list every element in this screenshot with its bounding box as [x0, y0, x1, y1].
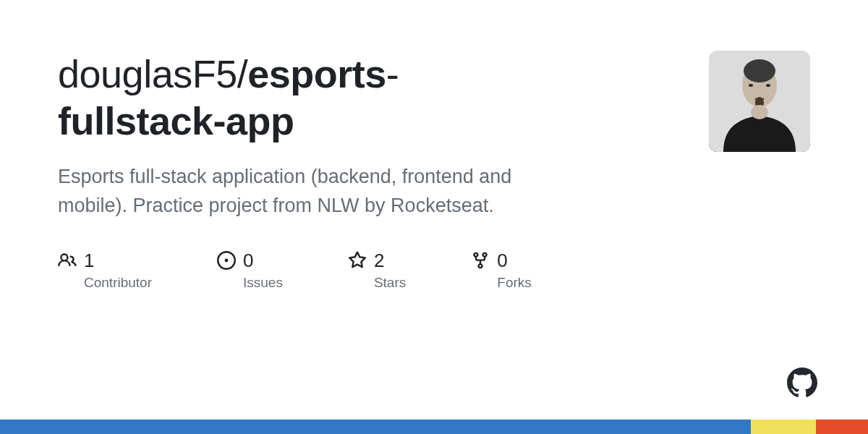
fork-icon	[471, 251, 490, 270]
repo-title: douglasF5/esports-fullstack-app	[58, 51, 622, 145]
language-segment	[751, 420, 816, 434]
repo-owner[interactable]: douglasF5	[58, 52, 237, 95]
stat-issues[interactable]: 0 Issues	[217, 250, 283, 291]
svg-point-6	[751, 105, 768, 119]
stars-label: Stars	[374, 275, 406, 291]
contributors-label: Contributor	[84, 275, 152, 291]
repo-name-part1: esports	[247, 52, 386, 95]
repo-name-part2: fullstack-app	[58, 99, 294, 142]
svg-point-2	[744, 59, 775, 82]
stat-forks[interactable]: 0 Forks	[471, 250, 532, 291]
contributors-count: 1	[84, 250, 94, 272]
language-segment	[816, 420, 868, 434]
star-icon	[348, 251, 367, 270]
svg-point-3	[749, 84, 753, 87]
stars-count: 2	[374, 250, 384, 272]
github-logo-icon[interactable]	[787, 367, 817, 398]
language-bar	[0, 420, 868, 434]
svg-point-4	[766, 84, 770, 87]
stat-contributors[interactable]: 1 Contributor	[58, 250, 152, 291]
language-segment	[0, 420, 751, 434]
forks-label: Forks	[497, 275, 532, 291]
forks-count: 0	[497, 250, 507, 272]
stat-stars[interactable]: 2 Stars	[348, 250, 406, 291]
repo-description: Esports full-stack application (backend,…	[58, 162, 564, 221]
avatar[interactable]	[709, 51, 810, 152]
stats-row: 1 Contributor 0 Issues 2 Stars	[58, 250, 622, 291]
people-icon	[58, 251, 77, 270]
issues-count: 0	[243, 250, 253, 272]
issues-label: Issues	[243, 275, 283, 291]
issue-icon	[217, 251, 236, 270]
